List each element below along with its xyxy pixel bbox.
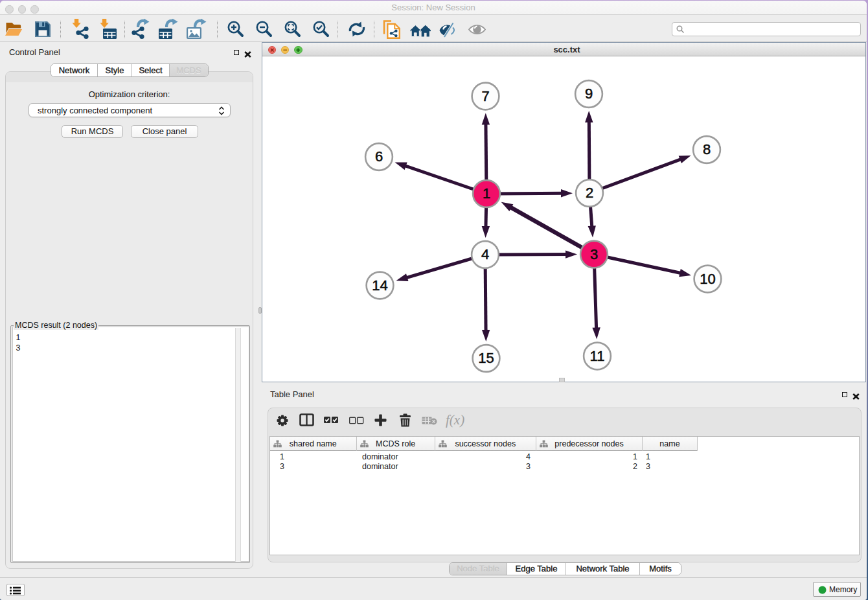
svg-text:2: 2 [586,185,593,201]
svg-text:4: 4 [481,246,489,262]
svg-text:7: 7 [481,88,489,104]
svg-text:10: 10 [700,271,715,287]
svg-text:3: 3 [590,246,598,262]
svg-text:11: 11 [590,348,605,364]
svg-text:9: 9 [585,86,593,102]
svg-text:8: 8 [703,141,711,157]
svg-text:f(x): f(x) [446,412,464,428]
svg-text:1: 1 [483,185,490,202]
svg-text:6: 6 [375,148,383,165]
svg-text:14: 14 [372,277,387,294]
svg-text:15: 15 [478,350,494,366]
